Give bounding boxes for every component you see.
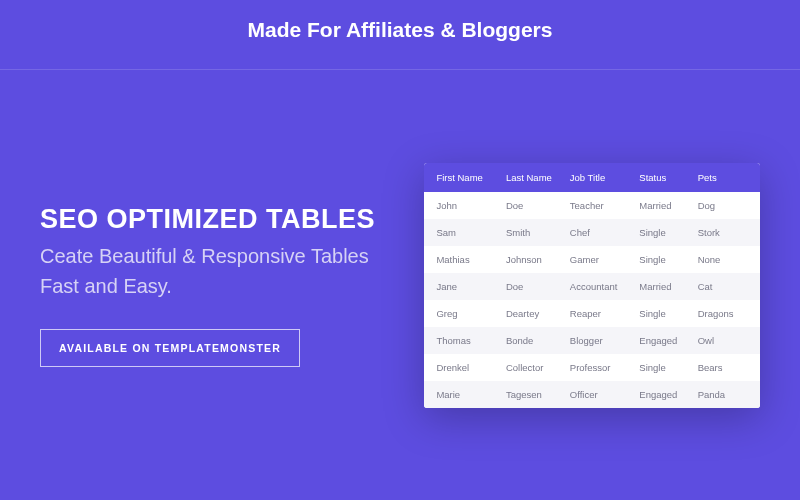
- table-row: DrenkelCollectorProfessorSingleBears: [424, 354, 760, 381]
- table-cell: Single: [635, 308, 693, 319]
- table-cell: Tagesen: [502, 389, 566, 400]
- table-header-cell: Pets: [694, 172, 752, 183]
- table-cell: Jane: [432, 281, 502, 292]
- table-cell: Single: [635, 254, 693, 265]
- table-cell: Reaper: [566, 308, 636, 319]
- table-row: GregDearteyReaperSingleDragons: [424, 300, 760, 327]
- table-cell: Mathias: [432, 254, 502, 265]
- table-cell: None: [694, 254, 752, 265]
- main-section: SEO OPTIMIZED TABLES Ceate Beautiful & R…: [0, 70, 800, 500]
- table-cell: Cat: [694, 281, 752, 292]
- table-cell: Married: [635, 281, 693, 292]
- page-header: Made For Affiliates & Bloggers: [0, 0, 800, 70]
- table-header-cell: First Name: [432, 172, 502, 183]
- table-header-cell: Last Name: [502, 172, 566, 183]
- table-cell: Single: [635, 362, 693, 373]
- table-header-cell: Status: [635, 172, 693, 183]
- table-cell: Blogger: [566, 335, 636, 346]
- table-row: ThomasBondeBloggerEngagedOwl: [424, 327, 760, 354]
- table-cell: Smith: [502, 227, 566, 238]
- table-cell: Dog: [694, 200, 752, 211]
- table-cell: Engaged: [635, 335, 693, 346]
- table-row: MathiasJohnsonGamerSingleNone: [424, 246, 760, 273]
- cta-button[interactable]: AVAILABLE ON TEMPLATEMONSTER: [40, 329, 300, 367]
- table-cell: Bears: [694, 362, 752, 373]
- table-cell: Johnson: [502, 254, 566, 265]
- table-cell: Dragons: [694, 308, 752, 319]
- table-row: JaneDoeAccountantMarriedCat: [424, 273, 760, 300]
- table-cell: Accountant: [566, 281, 636, 292]
- table-row: MarieTagesenOfficerEngagedPanda: [424, 381, 760, 408]
- table-cell: Greg: [432, 308, 502, 319]
- hero-title: SEO OPTIMIZED TABLES: [40, 204, 394, 235]
- table-row: JohnDoeTeacherMarriedDog: [424, 192, 760, 219]
- table-cell: Engaged: [635, 389, 693, 400]
- table-cell: Married: [635, 200, 693, 211]
- table-cell: Marie: [432, 389, 502, 400]
- table-preview: First Name Last Name Job Title Status Pe…: [414, 163, 760, 408]
- table-cell: Teacher: [566, 200, 636, 211]
- table-cell: Collector: [502, 362, 566, 373]
- table-cell: Officer: [566, 389, 636, 400]
- table-cell: Drenkel: [432, 362, 502, 373]
- table-cell: Chef: [566, 227, 636, 238]
- table-cell: Single: [635, 227, 693, 238]
- data-table: First Name Last Name Job Title Status Pe…: [424, 163, 760, 408]
- table-cell: Owl: [694, 335, 752, 346]
- table-header-cell: Job Title: [566, 172, 636, 183]
- header-title: Made For Affiliates & Bloggers: [248, 18, 553, 42]
- table-cell: Bonde: [502, 335, 566, 346]
- table-cell: Sam: [432, 227, 502, 238]
- table-cell: Panda: [694, 389, 752, 400]
- table-header-row: First Name Last Name Job Title Status Pe…: [424, 163, 760, 192]
- table-cell: Doe: [502, 200, 566, 211]
- table-cell: Thomas: [432, 335, 502, 346]
- hero-subtitle: Ceate Beautiful & Responsive Tables Fast…: [40, 241, 394, 301]
- table-row: SamSmithChefSingleStork: [424, 219, 760, 246]
- table-body: JohnDoeTeacherMarriedDogSamSmithChefSing…: [424, 192, 760, 408]
- table-cell: John: [432, 200, 502, 211]
- hero-content: SEO OPTIMIZED TABLES Ceate Beautiful & R…: [40, 204, 414, 367]
- table-cell: Doe: [502, 281, 566, 292]
- table-cell: Gamer: [566, 254, 636, 265]
- table-cell: Stork: [694, 227, 752, 238]
- table-cell: Professor: [566, 362, 636, 373]
- table-cell: Deartey: [502, 308, 566, 319]
